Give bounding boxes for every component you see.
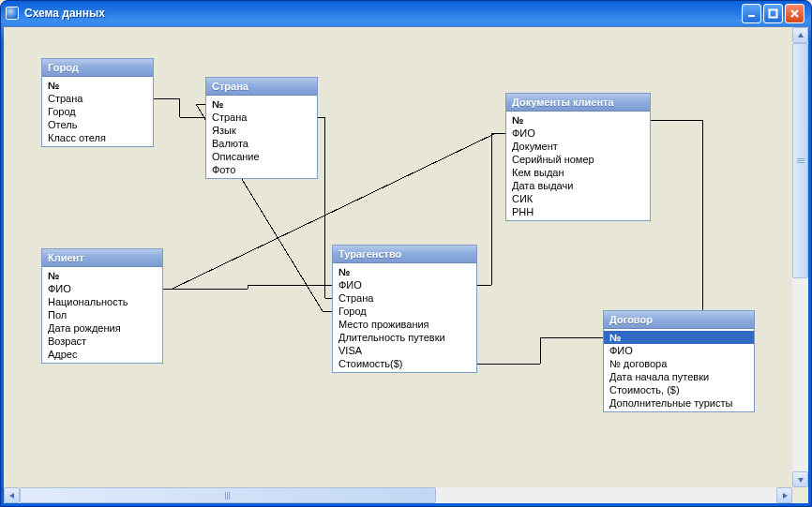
scroll-up-button[interactable]	[792, 27, 808, 43]
scroll-right-button[interactable]	[776, 487, 792, 503]
field[interactable]: Дата начала путевки	[604, 370, 754, 383]
field[interactable]: Дата рождения	[42, 321, 162, 335]
field[interactable]: Длительность путевки	[333, 331, 476, 344]
table-body: №ФИОДокументСерийный номерКем выданДата …	[506, 112, 650, 220]
close-button[interactable]	[785, 4, 804, 23]
vertical-scroll-track[interactable]	[792, 43, 808, 471]
table-body: №ФИО№ договораДата начала путевкиСтоимос…	[604, 329, 754, 411]
field[interactable]: № договора	[604, 357, 754, 370]
field[interactable]: Город	[42, 105, 153, 118]
vertical-scroll-thumb[interactable]	[792, 43, 808, 278]
field[interactable]: Дополнительные туристы	[604, 396, 754, 410]
table-agency[interactable]: Турагенство№ФИОСтранаГородМесто проживан…	[332, 245, 477, 373]
field[interactable]: №	[42, 269, 162, 282]
field[interactable]: Национальность	[42, 295, 162, 308]
field[interactable]: Место проживания	[333, 318, 476, 331]
field[interactable]: Стоимость, ($)	[604, 383, 754, 396]
scroll-down-button[interactable]	[792, 471, 808, 487]
field[interactable]: Возраст	[42, 335, 162, 348]
table-body: №ФИОСтранаГородМесто проживанияДлительно…	[333, 263, 476, 372]
field[interactable]: Отель	[42, 118, 153, 131]
field[interactable]: Город	[333, 305, 476, 318]
field[interactable]: VISA	[333, 344, 476, 357]
minimize-button[interactable]	[742, 4, 761, 23]
table-header[interactable]: Договор	[604, 311, 754, 329]
svg-marker-29	[798, 478, 804, 483]
field[interactable]: ФИО	[506, 127, 650, 140]
app-icon	[6, 7, 19, 20]
table-body: №ФИОНациональностьПолДата рожденияВозрас…	[42, 267, 162, 363]
field[interactable]: №	[42, 79, 153, 92]
diagram-canvas[interactable]: Город№СтранаГородОтельКласс отеляСтрана№…	[4, 27, 792, 487]
table-body: №СтранаГородОтельКласс отеля	[42, 77, 153, 146]
table-header[interactable]: Страна	[206, 78, 317, 96]
field[interactable]: Дата выдачи	[506, 179, 650, 192]
client-area: Город№СтранаГородОтельКласс отеляСтрана№…	[4, 26, 808, 503]
table-header[interactable]: Клиент	[42, 249, 162, 267]
field[interactable]: Адрес	[42, 348, 162, 361]
horizontal-scrollbar[interactable]	[4, 487, 792, 503]
table-header[interactable]: Турагенство	[333, 246, 476, 263]
scroll-left-button[interactable]	[4, 487, 20, 503]
field[interactable]: ФИО	[604, 344, 754, 357]
svg-rect-1	[770, 9, 777, 17]
svg-marker-31	[783, 493, 788, 499]
vertical-scrollbar[interactable]	[792, 27, 808, 487]
svg-marker-30	[9, 493, 14, 499]
svg-marker-28	[798, 33, 804, 37]
table-docs[interactable]: Документы клиента№ФИОДокументСерийный но…	[505, 93, 651, 221]
field[interactable]: Валюта	[206, 137, 317, 150]
field[interactable]: Серийный номер	[506, 153, 650, 166]
table-header[interactable]: Город	[42, 59, 153, 77]
table-body: №СтранаЯзыкВалютаОписаниеФото	[206, 96, 317, 178]
field[interactable]: №	[604, 331, 754, 344]
field[interactable]: №	[333, 265, 476, 278]
field[interactable]: Страна	[333, 291, 476, 305]
field[interactable]: ФИО	[42, 282, 162, 295]
field[interactable]: Стоимость($)	[333, 357, 476, 370]
field[interactable]: Страна	[42, 92, 153, 105]
field[interactable]: Класс отеля	[42, 131, 153, 144]
horizontal-scroll-track[interactable]	[20, 487, 776, 503]
window-title: Схема данных	[24, 7, 740, 20]
titlebar[interactable]: Схема данных	[4, 4, 808, 26]
field[interactable]: №	[206, 97, 317, 111]
scrollbar-corner	[792, 487, 808, 503]
field[interactable]: Фото	[206, 163, 317, 176]
field[interactable]: СИК	[506, 192, 650, 205]
table-contract[interactable]: Договор№ФИО№ договораДата начала путевки…	[603, 310, 755, 412]
field[interactable]: Кем выдан	[506, 166, 650, 179]
table-header[interactable]: Документы клиента	[506, 94, 650, 112]
table-country[interactable]: Страна№СтранаЯзыкВалютаОписаниеФото	[205, 77, 318, 179]
table-city[interactable]: Город№СтранаГородОтельКласс отеля	[41, 58, 154, 147]
field[interactable]: Документ	[506, 140, 650, 153]
table-client[interactable]: Клиент№ФИОНациональностьПолДата рождения…	[41, 248, 163, 364]
field[interactable]: ФИО	[333, 278, 476, 291]
field[interactable]: РНН	[506, 205, 650, 218]
app-window: Схема данных Город№СтранаГородОтельКласс…	[0, 0, 812, 507]
field[interactable]: Язык	[206, 124, 317, 137]
horizontal-scroll-thumb[interactable]	[20, 487, 436, 503]
field[interactable]: Пол	[42, 308, 162, 321]
field[interactable]: №	[506, 113, 650, 127]
field[interactable]: Описание	[206, 150, 317, 163]
field[interactable]: Страна	[206, 111, 317, 124]
maximize-button[interactable]	[763, 4, 783, 23]
